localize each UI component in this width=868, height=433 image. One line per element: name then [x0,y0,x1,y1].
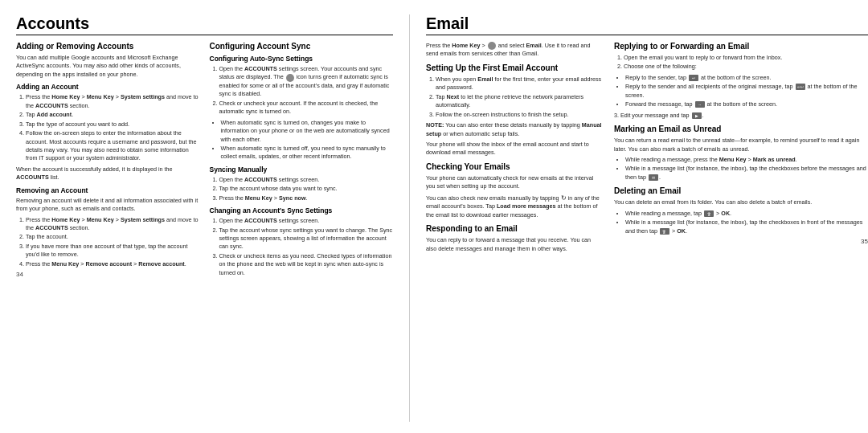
list-item: Reply to the sender, tap ↩ at the bottom… [625,74,868,82]
responding-email-title: Responding to an Email [426,224,603,233]
left-page: Accounts Adding or Removing Accounts You… [16,14,410,422]
removing-account-intro: Removing an account will delete it and a… [16,197,200,214]
changing-sync-steps: Open the ACCOUNTS settings screen. Tap t… [219,217,394,277]
list-item: Press the Menu Key > Remove account > Re… [26,260,200,268]
list-item: Open the ACCOUNTS settings screen. [219,217,394,225]
send-icon: ▶ [692,112,702,119]
list-item: While reading a message, press the Menu … [625,156,868,164]
list-item: Tap the account whose data you want to s… [219,185,394,193]
right-page-num: 35 [614,238,868,245]
syncing-manually-title: Syncing Manually [210,165,394,174]
edit-message-step: 3. Edit your message and tap ▶. [614,112,868,120]
removing-account-title: Removing an Account [16,186,200,194]
list-item: Reply to the sender and all recipients o… [625,83,868,100]
changing-sync-title: Changing an Account's Sync Settings [210,206,394,214]
forward-icon: → [695,101,705,108]
syncing-manually-steps: Open the ACCOUNTS settings screen. Tap t… [219,176,394,202]
list-item: Tap Next to let the phone retrieve the n… [436,93,603,110]
marking-unread-intro: You can return a read email to the unrea… [614,137,868,153]
right-page-title: Email [426,14,868,35]
list-item: Open the ACCOUNTS settings screen. [219,176,394,184]
adding-account-title: Adding an Account [16,83,200,91]
left-col-2: Configuring Account Sync Configuring Aut… [210,42,394,422]
auto-sync-steps: Open the ACCOUNTS settings screen. Your … [219,65,394,116]
checking-emails-extra: You can also check new emails manually b… [426,194,603,219]
left-columns: Adding or Removing Accounts You can add … [16,42,393,422]
auto-sync-bullets: When automatic sync is turned on, change… [221,119,394,161]
replying-forwarding-bullets: Reply to the sender, tap ↩ at the bottom… [625,74,868,109]
list-item: Tap the account. [26,233,200,241]
marking-unread-bullets: While reading a message, press the Menu … [625,156,868,182]
delete-icon: 🗑 [704,210,714,217]
list-item: Choose one of the following: [624,63,868,71]
checking-emails-title: Checking Your Emails [426,162,603,171]
menu-icon [488,42,496,50]
list-item: Open the email you want to reply to or f… [624,54,868,62]
deleting-email-bullets: While reading a message, tap 🗑 > OK. Whi… [625,210,868,235]
left-page-num: 34 [16,271,200,278]
unread-icon: ✉ [649,174,658,181]
list-item: If you have more than one account of tha… [26,243,200,259]
right-col-left: Press the Home Key > and select Email. U… [426,42,603,422]
deleting-email-title: Deleting an Email [614,186,868,195]
list-item: Press the Home Key > Menu Key > System s… [26,93,200,110]
left-col-1: Adding or Removing Accounts You can add … [16,42,200,422]
list-item: Check or uncheck items as you need. Chec… [219,252,394,277]
adding-removing-intro: You can add multiple Google accounts and… [16,54,200,79]
page-container: Accounts Adding or Removing Accounts You… [0,0,868,433]
auto-sync-title: Configuring Auto-Sync Settings [210,55,394,63]
list-item: Tap Add account. [26,111,200,119]
list-item: While reading a message, tap 🗑 > OK. [625,210,868,218]
adding-removing-title: Adding or Removing Accounts [16,42,200,51]
reply-icon: ↩ [689,75,698,81]
setup-post-note: Your phone will show the inbox of the em… [426,141,603,157]
list-item: Open the ACCOUNTS settings screen. Your … [219,65,394,99]
list-item: Follow the on-screen instructions to fin… [436,111,603,119]
replying-forwarding-title: Replying to or Forwarding an Email [614,42,868,51]
left-page-title: Accounts [16,14,393,35]
list-item: While in a message list (for instance, t… [625,219,868,235]
checking-emails-intro: Your phone can automatically check for n… [426,174,603,191]
list-item: Check or uncheck your account. If the ac… [219,100,394,116]
configuring-sync-title: Configuring Account Sync [210,42,394,51]
list-item: When automatic sync is turned off, you n… [221,145,394,161]
list-item: Press the Home Key > Menu Key > System s… [26,216,200,233]
delete-list-icon: 🗑 [660,228,669,235]
list-item: Follow the on-screen steps to enter the … [26,129,200,163]
list-item: When you open Email for the first time, … [436,76,603,92]
list-item: Press the Menu Key > Sync now. [219,194,394,202]
removing-account-steps: Press the Home Key > Menu Key > System s… [26,216,200,269]
refresh-icon: ↻ [561,194,567,203]
setting-up-email-steps: When you open Email for the first time, … [436,76,603,119]
setup-note: NOTE: You can also enter these details m… [426,121,603,138]
list-item: Tap the type of account you want to add. [26,121,200,129]
home-key-note: Press the Home Key > and select Email. U… [426,42,603,59]
right-columns: Press the Home Key > and select Email. U… [426,42,868,422]
list-item: Forward the message, tap → at the bottom… [625,100,868,108]
right-page: Email Press the Home Key > and select Em… [410,14,868,422]
list-item: When automatic sync is turned on, change… [221,119,394,144]
adding-account-steps: Press the Home Key > Menu Key > System s… [26,93,200,163]
reply-all-icon: ↩↩ [796,84,805,90]
replying-forwarding-steps: Open the email you want to reply to or f… [624,54,868,71]
responding-email-intro: You can reply to or forward a message th… [426,236,603,253]
adding-account-note: When the account is successfully added, … [16,165,200,182]
sync-icon [286,74,294,82]
deleting-email-intro: You can delete an email from its folder.… [614,198,868,206]
list-item: Tap the account whose sync settings you … [219,227,394,251]
marking-unread-title: Marking an Email as Unread [614,125,868,133]
list-item: While in a message list (for instance, t… [625,165,868,182]
right-col-right: Replying to or Forwarding an Email Open … [614,42,868,422]
setting-up-email-title: Setting Up the First Email Account [426,63,603,72]
